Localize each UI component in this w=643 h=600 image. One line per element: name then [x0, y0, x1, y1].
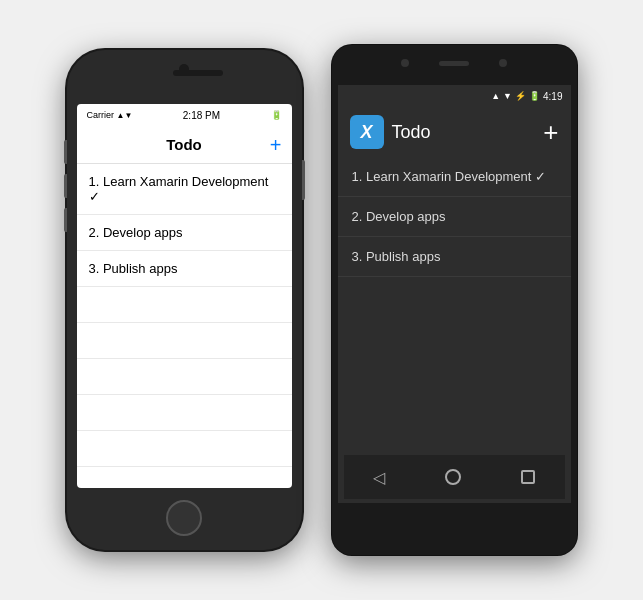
- android-list-item[interactable]: 3. Publish apps: [338, 237, 571, 277]
- ios-side-buttons: [64, 140, 67, 232]
- android-home-button[interactable]: [445, 469, 461, 485]
- ios-time: 2:18 PM: [183, 110, 220, 121]
- android-charge-icon: ⚡: [515, 91, 526, 101]
- ios-speaker: [173, 70, 223, 76]
- ios-todo-list: 1. Learn Xamarin Development ✓ 2. Develo…: [77, 164, 292, 287]
- android-list-item[interactable]: 2. Develop apps: [338, 197, 571, 237]
- android-signal-icon: ▼: [503, 91, 512, 101]
- ios-empty-lines: [77, 287, 292, 488]
- android-speaker: [439, 61, 469, 66]
- ios-phone: Carrier ▲▼ 2:18 PM 🔋 Todo + 1. Learn Xam…: [67, 50, 302, 550]
- ios-list-item[interactable]: 2. Develop apps: [77, 215, 292, 251]
- android-nav-bar: ◁: [344, 455, 565, 499]
- android-wifi-icon: ▲: [491, 91, 500, 101]
- ios-add-button[interactable]: +: [270, 135, 282, 155]
- ios-battery: 🔋: [271, 110, 282, 120]
- android-camera-area: [401, 59, 507, 67]
- ios-power-button: [302, 160, 305, 200]
- android-list-item[interactable]: 1. Learn Xamarin Development ✓: [338, 157, 571, 197]
- android-screen: ▲ ▼ ⚡ 🔋 4:19 X Todo + 1. Learn Xamarin D…: [338, 85, 571, 503]
- android-app-title: Todo: [392, 122, 431, 143]
- android-add-button[interactable]: +: [543, 117, 558, 148]
- android-front-camera: [401, 59, 409, 67]
- ios-list-item[interactable]: 1. Learn Xamarin Development ✓: [77, 164, 292, 215]
- android-recents-button[interactable]: [521, 470, 535, 484]
- xamarin-icon: X: [350, 115, 384, 149]
- android-phone: ▲ ▼ ⚡ 🔋 4:19 X Todo + 1. Learn Xamarin D…: [332, 45, 577, 555]
- android-toolbar: X Todo +: [338, 107, 571, 157]
- android-battery-icon: 🔋: [529, 91, 540, 101]
- ios-screen: Carrier ▲▼ 2:18 PM 🔋 Todo + 1. Learn Xam…: [77, 104, 292, 488]
- android-toolbar-left: X Todo: [350, 115, 431, 149]
- android-back-button[interactable]: ◁: [373, 468, 385, 487]
- ios-nav-title: Todo: [166, 136, 202, 153]
- android-todo-list: 1. Learn Xamarin Development ✓ 2. Develo…: [338, 157, 571, 277]
- ios-list-item[interactable]: 3. Publish apps: [77, 251, 292, 287]
- ios-home-button[interactable]: [166, 500, 202, 536]
- android-sensor: [499, 59, 507, 67]
- ios-status-bar: Carrier ▲▼ 2:18 PM 🔋: [77, 104, 292, 126]
- android-time: 4:19: [543, 91, 562, 102]
- android-status-bar: ▲ ▼ ⚡ 🔋 4:19: [338, 85, 571, 107]
- android-status-icons: ▲ ▼ ⚡ 🔋 4:19: [491, 91, 562, 102]
- ios-nav-bar: Todo +: [77, 126, 292, 164]
- ios-carrier: Carrier ▲▼: [87, 110, 133, 120]
